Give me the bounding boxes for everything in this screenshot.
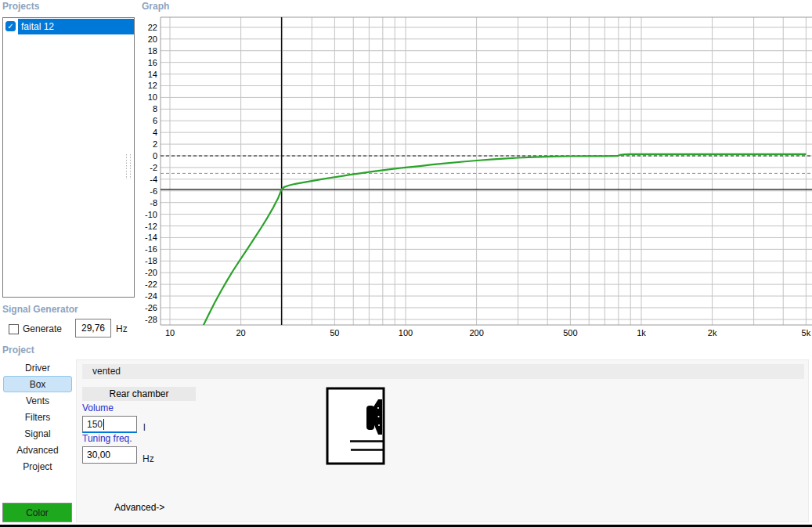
tab-signal[interactable]: Signal bbox=[3, 425, 72, 442]
rear-chamber-button[interactable]: Rear chamber bbox=[82, 387, 196, 401]
project-item-label: faital 12 bbox=[18, 19, 134, 34]
svg-text:10: 10 bbox=[148, 92, 157, 102]
tab-vents[interactable]: Vents bbox=[3, 392, 72, 409]
svg-text:-26: -26 bbox=[145, 303, 157, 312]
curve-color-button[interactable]: Color bbox=[2, 503, 72, 522]
svg-text:50: 50 bbox=[330, 328, 339, 337]
svg-text:16: 16 bbox=[148, 58, 157, 67]
signal-generator-section-title: Signal Generator bbox=[2, 304, 78, 315]
tab-project[interactable]: Project bbox=[3, 458, 72, 475]
volume-unit: l bbox=[143, 422, 146, 433]
tab-advanced[interactable]: Advanced bbox=[3, 442, 72, 458]
svg-text:4: 4 bbox=[153, 128, 157, 137]
app-window: Projects faital 12 Graph 222018161412108… bbox=[0, 0, 812, 527]
svg-text:6: 6 bbox=[153, 116, 157, 125]
tuning-freq-unit: Hz bbox=[143, 453, 154, 464]
tuning-freq-label: Tuning freq. bbox=[82, 433, 132, 444]
projects-list[interactable]: faital 12 bbox=[2, 17, 135, 298]
box-type-label: vented bbox=[82, 364, 804, 379]
vented-box-diagram bbox=[325, 386, 386, 467]
advanced-link[interactable]: Advanced-> bbox=[114, 502, 164, 513]
svg-text:5k: 5k bbox=[802, 328, 811, 337]
project-checkbox-checked-icon[interactable] bbox=[5, 21, 16, 31]
svg-text:8: 8 bbox=[153, 104, 157, 114]
svg-text:-20: -20 bbox=[145, 268, 157, 277]
generate-checkbox-label: Generate bbox=[23, 323, 62, 334]
volume-input[interactable]: 150 bbox=[82, 416, 137, 433]
generator-frequency-unit: Hz bbox=[116, 323, 128, 334]
tab-driver[interactable]: Driver bbox=[3, 359, 72, 376]
svg-text:-10: -10 bbox=[145, 210, 157, 219]
text-caret bbox=[103, 419, 104, 430]
volume-label: Volume bbox=[82, 402, 114, 413]
svg-text:1k: 1k bbox=[637, 328, 646, 337]
svg-text:20: 20 bbox=[236, 328, 245, 337]
svg-text:-12: -12 bbox=[145, 222, 157, 231]
svg-text:200: 200 bbox=[469, 328, 483, 337]
svg-text:10: 10 bbox=[165, 328, 175, 337]
svg-text:-16: -16 bbox=[145, 244, 157, 254]
frequency-response-chart[interactable]: 2220181614121086420-2-4-6-8-10-12-14-16-… bbox=[121, 0, 812, 345]
svg-text:0: 0 bbox=[153, 151, 157, 161]
project-section-title: Project bbox=[2, 345, 34, 356]
project-tabs: DriverBoxVentsFiltersSignalAdvancedProje… bbox=[3, 359, 72, 475]
tab-box[interactable]: Box bbox=[3, 376, 72, 392]
projects-section-title: Projects bbox=[2, 1, 39, 12]
project-list-item[interactable]: faital 12 bbox=[3, 18, 134, 34]
box-settings-panel: vented Rear chamber Volume 150 l Tuning … bbox=[76, 359, 809, 522]
svg-text:12: 12 bbox=[148, 81, 157, 90]
svg-text:-22: -22 bbox=[145, 280, 157, 289]
svg-text:2k: 2k bbox=[708, 328, 717, 337]
svg-text:-2: -2 bbox=[150, 163, 157, 172]
svg-text:-14: -14 bbox=[145, 233, 157, 242]
svg-text:14: 14 bbox=[148, 70, 157, 79]
svg-text:100: 100 bbox=[399, 328, 413, 337]
svg-text:-4: -4 bbox=[150, 175, 157, 184]
svg-text:22: 22 bbox=[148, 23, 157, 32]
svg-text:500: 500 bbox=[563, 328, 577, 337]
svg-text:-8: -8 bbox=[150, 198, 157, 208]
svg-text:2: 2 bbox=[153, 139, 157, 149]
svg-text:20: 20 bbox=[148, 34, 157, 44]
generate-checkbox-row[interactable]: Generate bbox=[9, 323, 62, 334]
generate-checkbox[interactable] bbox=[9, 324, 19, 334]
svg-text:-6: -6 bbox=[150, 186, 157, 196]
svg-text:-18: -18 bbox=[145, 256, 157, 265]
generator-frequency-input[interactable] bbox=[75, 319, 111, 337]
svg-text:18: 18 bbox=[148, 46, 157, 56]
tuning-freq-input[interactable] bbox=[82, 446, 137, 464]
volume-value: 150 bbox=[87, 419, 103, 430]
svg-text:-24: -24 bbox=[145, 291, 157, 301]
svg-text:-28: -28 bbox=[145, 315, 157, 324]
tab-filters[interactable]: Filters bbox=[3, 409, 72, 425]
